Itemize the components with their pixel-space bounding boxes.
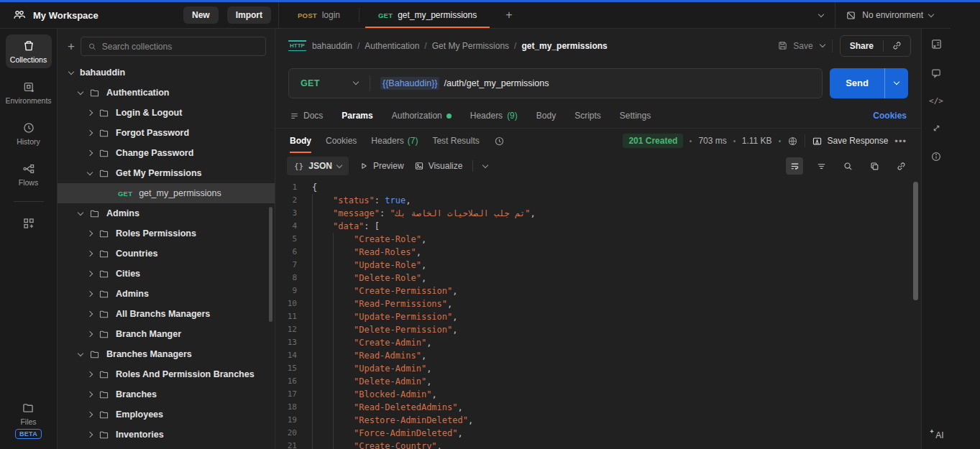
breadcrumb-subfolder[interactable]: Get My Permissions [432, 41, 509, 51]
workspace-title[interactable]: My Workspace [33, 10, 99, 21]
chevron-down-icon[interactable] [78, 350, 83, 356]
chevron-right-icon[interactable] [87, 432, 93, 438]
chevron-right-icon[interactable] [87, 311, 93, 317]
tree-item-change-password[interactable]: Change Password [58, 143, 275, 163]
url-input[interactable]: {{Bahauddin}} /auth/get_my_permissions [370, 77, 559, 90]
filter-button[interactable] [812, 157, 830, 175]
response-time[interactable]: 703 ms [698, 136, 726, 146]
send-options-chevron[interactable] [884, 68, 908, 98]
response-size[interactable]: 1.11 KB [742, 136, 772, 146]
network-info-icon[interactable] [787, 136, 798, 147]
response-format-selector[interactable]: {} JSON [287, 157, 349, 175]
save-button[interactable]: Save [777, 40, 812, 51]
sidebar-item-history[interactable]: History [6, 116, 52, 150]
send-button[interactable]: Send [830, 68, 884, 98]
code-snippet-icon[interactable]: </> [929, 96, 943, 106]
tree-item-all-branchs-managers[interactable]: All Branchs Managers [58, 304, 275, 324]
search-response-button[interactable] [839, 157, 856, 175]
new-tab-button[interactable]: + [495, 2, 522, 28]
tree-item-branches-managers[interactable]: Branches Managers [58, 344, 275, 364]
response-scrollbar[interactable] [913, 182, 918, 300]
response-tab-cookies[interactable]: Cookies [326, 129, 357, 153]
tree-item-forgot-password[interactable]: Forgot Password [58, 123, 275, 143]
status-badge[interactable]: 201 Created [623, 134, 683, 148]
comments-icon[interactable] [930, 68, 942, 79]
tree-item-roles-permissions[interactable]: Roles Permissions [58, 223, 275, 244]
tree-item-login-logout[interactable]: Login & Logout [58, 103, 275, 123]
response-body-editor[interactable]: 1{2"status": true,3"message": "تم جلب ال… [275, 179, 921, 449]
sidebar-item-files[interactable]: Files BETA [15, 402, 42, 439]
chevron-right-icon[interactable] [87, 392, 93, 397]
chevron-down-icon[interactable] [78, 209, 83, 215]
response-tab-body[interactable]: Body [290, 129, 311, 153]
visualize-options-chevron[interactable] [482, 162, 488, 167]
chevron-right-icon[interactable] [87, 371, 93, 377]
tree-item-admins[interactable]: Admins [58, 203, 275, 223]
link-response-button[interactable] [892, 157, 910, 175]
chevron-right-icon[interactable] [87, 412, 93, 417]
preview-button[interactable]: Preview [359, 161, 404, 171]
tree-item-cities[interactable]: Cities [58, 264, 275, 284]
breadcrumb-request-name[interactable]: get_my_permissions [521, 41, 607, 51]
request-tab-login[interactable]: POST login [279, 2, 359, 28]
method-selector[interactable]: GET [289, 78, 370, 88]
save-response-button[interactable]: Save Response [812, 136, 889, 147]
chevron-down-icon[interactable] [87, 169, 93, 175]
environment-selector[interactable]: No environment [835, 2, 943, 28]
chevron-right-icon[interactable] [87, 271, 93, 277]
tree-item-countries[interactable]: Countries [58, 244, 275, 264]
tree-item-get_my_permissions[interactable]: GETget_my_permissions [58, 183, 275, 203]
tree-item-authentication[interactable]: Authentication [58, 83, 275, 103]
chevron-right-icon[interactable] [87, 110, 93, 116]
request-cookies-link[interactable]: Cookies [873, 111, 907, 121]
tab-settings[interactable]: Settings [620, 111, 651, 121]
chevron-down-icon[interactable] [78, 88, 83, 94]
tree-item-branch-manger[interactable]: Branch Manger [58, 324, 275, 344]
request-tab-get-my-permissions[interactable]: GET get_my_permissions [360, 2, 495, 28]
tree-item-bahauddin[interactable]: bahauddin [58, 63, 275, 83]
new-button[interactable]: New [183, 6, 219, 24]
response-history-icon[interactable] [494, 136, 505, 147]
save-options-chevron[interactable] [819, 42, 825, 47]
tab-scripts[interactable]: Scripts [574, 111, 601, 121]
chevron-right-icon[interactable] [87, 231, 93, 236]
sidebar-item-flows[interactable]: Flows [6, 157, 52, 191]
tab-authorization[interactable]: Authorization [392, 111, 452, 121]
postbot-ai-button[interactable]: AI [928, 430, 943, 440]
visualize-button[interactable]: Visualize [414, 161, 463, 171]
share-button[interactable]: Share [841, 41, 883, 51]
breadcrumb-collection[interactable]: bahauddin [312, 41, 352, 51]
copy-link-button[interactable] [884, 40, 910, 51]
chevron-right-icon[interactable] [87, 331, 93, 337]
response-tab-headers[interactable]: Headers (7) [371, 129, 418, 153]
chevron-right-icon[interactable] [87, 130, 93, 136]
wrap-text-button[interactable] [786, 157, 803, 175]
tree-item-get-my-permissions[interactable]: Get My Permissions [58, 163, 275, 183]
search-collections-input[interactable] [102, 42, 259, 52]
tree-item-inventory-transfer[interactable]: Inventory Transfer [58, 445, 275, 449]
response-tab-test-results[interactable]: Test Results [432, 129, 479, 153]
tree-item-inventories[interactable]: Inventories [58, 425, 275, 445]
search-collections-box[interactable] [81, 37, 266, 56]
tree-item-employees[interactable]: Employees [58, 404, 275, 425]
tree-item-admins[interactable]: Admins [58, 284, 275, 304]
import-button[interactable]: Import [227, 6, 271, 24]
chevron-right-icon[interactable] [87, 291, 93, 297]
tree-item-roles-and-permission-branches[interactable]: Roles And Permission Branches [58, 364, 275, 384]
copy-response-button[interactable] [866, 157, 883, 175]
sidebar-item-environments[interactable]: Environments [6, 75, 52, 109]
add-collection-button[interactable]: + [68, 40, 75, 52]
tree-item-branches[interactable]: Branches [58, 384, 275, 404]
chevron-down-icon[interactable] [68, 68, 74, 74]
tab-params[interactable]: Params [342, 111, 372, 121]
chevron-right-icon[interactable] [87, 251, 93, 256]
tab-body[interactable]: Body [536, 111, 556, 121]
sidebar-item-collections[interactable]: Collections [6, 34, 52, 68]
related-requests-icon[interactable] [931, 123, 942, 134]
chevron-right-icon[interactable] [87, 150, 93, 156]
configure-modules-button[interactable] [6, 212, 52, 234]
info-icon[interactable] [930, 151, 942, 162]
breadcrumb-folder[interactable]: Authentication [365, 41, 419, 51]
tab-docs[interactable]: Docs [290, 111, 323, 121]
environment-quick-look-icon[interactable] [930, 38, 943, 50]
